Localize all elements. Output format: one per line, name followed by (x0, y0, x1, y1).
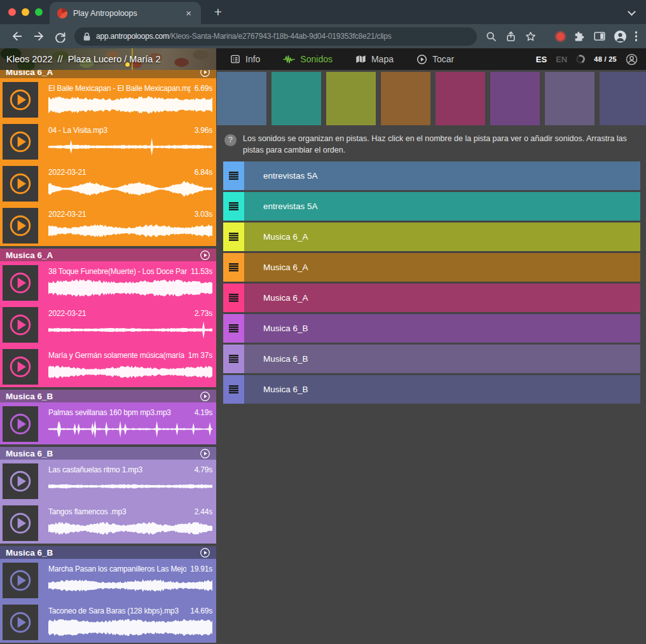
track-row[interactable]: Musica 6_B (223, 345, 640, 373)
clip-play-button[interactable] (3, 605, 38, 640)
section-header[interactable]: Musica 6_B (0, 447, 216, 460)
clip-meta: El Baile Mexicapan - El Baile Mexicapan.… (48, 84, 212, 93)
track-body[interactable]: entrevistas 5A (244, 161, 640, 190)
minimize-window-icon[interactable] (22, 8, 29, 16)
waveform[interactable] (48, 575, 212, 596)
track-row[interactable]: Musica 6_B (223, 314, 640, 343)
section-play-icon[interactable] (200, 70, 210, 78)
track-body[interactable]: Musica 6_A (244, 253, 640, 282)
clip-duration: 4.19s (195, 408, 212, 418)
section-clips: Palmas sevillanas 160 bpm mp3.mp3 4.19s (0, 402, 216, 444)
track-body[interactable]: Musica 6_B (244, 345, 640, 373)
nav-item-tocar[interactable]: Tocar (416, 54, 454, 65)
clip-play-button[interactable] (3, 124, 38, 160)
track-row[interactable]: entrevistas 5A (223, 161, 640, 190)
tab-close-icon[interactable]: × (184, 7, 193, 19)
clip-play-button[interactable] (3, 563, 38, 598)
track-row[interactable]: entrevistas 5A (223, 192, 640, 221)
track-drag-handle[interactable] (223, 223, 244, 251)
track-drag-handle[interactable] (223, 284, 244, 312)
waveform[interactable] (48, 362, 212, 382)
clip-play-button[interactable] (3, 208, 38, 243)
waveform[interactable] (48, 419, 212, 439)
bookmark-star-icon[interactable] (525, 31, 536, 42)
waveform[interactable] (48, 476, 212, 497)
waveform[interactable] (48, 617, 212, 638)
clip-play-button[interactable] (3, 265, 38, 301)
track-body[interactable]: entrevistas 5A (244, 192, 640, 221)
waveform[interactable] (48, 179, 212, 199)
clip-info: Palmas sevillanas 160 bpm mp3.mp3 4.19s (41, 404, 216, 444)
new-tab-button[interactable]: + (210, 4, 226, 20)
section-header[interactable]: Musica 6_A (0, 70, 216, 78)
track-body[interactable]: Musica 6_B (244, 375, 640, 404)
share-icon[interactable] (505, 31, 516, 42)
track-color-swatch (600, 72, 646, 125)
forward-button[interactable] (32, 30, 45, 43)
clip-play-button[interactable] (3, 406, 38, 442)
track-body[interactable]: Musica 6_A (244, 284, 640, 312)
clip-row: Las castañuelas ritmo 1.mp3 4.79s (0, 461, 216, 502)
section-play-icon[interactable] (200, 547, 210, 558)
side-panel-icon[interactable] (594, 31, 605, 41)
section-header[interactable]: Musica 6_A (0, 249, 216, 261)
section-header[interactable]: Musica 6_B (0, 390, 216, 402)
clip-play-button[interactable] (3, 349, 38, 385)
reload-button[interactable] (54, 31, 66, 43)
browser-menu-icon[interactable] (635, 31, 638, 41)
clip-play-button[interactable] (3, 166, 38, 202)
lang-en-button[interactable]: EN (556, 55, 567, 64)
track-drag-handle[interactable] (223, 314, 244, 343)
clip-play-button[interactable] (3, 463, 38, 499)
track-row[interactable]: Musica 6_A (223, 223, 640, 251)
track-drag-handle[interactable] (223, 345, 244, 373)
breadcrumb-project[interactable]: Kleos 2022 (6, 54, 53, 64)
zoom-page-icon[interactable] (486, 31, 497, 42)
nav-item-mapa[interactable]: Mapa (355, 54, 394, 64)
section-play-icon[interactable] (200, 250, 210, 261)
track-drag-handle[interactable] (223, 161, 244, 190)
track-name: Musica 6_A (263, 263, 308, 272)
track-drag-handle[interactable] (223, 253, 244, 282)
account-icon[interactable] (626, 53, 638, 65)
waveform[interactable] (48, 137, 212, 157)
nav-item-info[interactable]: Info (230, 54, 260, 64)
nav-item-sonidos[interactable]: Sonidos (283, 54, 333, 64)
track-row[interactable]: Musica 6_A (223, 284, 640, 312)
waveform[interactable] (48, 95, 212, 115)
lang-es-button[interactable]: ES (536, 55, 547, 64)
section-clips: 38 Toque Funebre(Muerte) - Los Doce Par.… (0, 261, 216, 387)
track-row[interactable]: Musica 6_B (223, 375, 640, 404)
zoom-window-icon[interactable] (35, 8, 43, 16)
track-drag-handle[interactable] (223, 192, 244, 221)
section-header[interactable]: Musica 6_B (0, 546, 216, 559)
track-body[interactable]: Musica 6_B (244, 314, 640, 343)
section-play-icon[interactable] (200, 391, 210, 402)
recording-indicator-icon[interactable] (556, 32, 565, 41)
profile-avatar[interactable] (614, 31, 626, 43)
extensions-puzzle-icon[interactable] (574, 31, 585, 42)
browser-tab[interactable]: Play Antropoloops × (50, 2, 201, 24)
section-play-icon[interactable] (200, 448, 210, 459)
waveform[interactable] (48, 320, 212, 340)
clip-row: Marcha Pasan los campanilleros Las Mejor… (0, 560, 216, 601)
waveform[interactable] (48, 278, 212, 298)
track-body[interactable]: Musica 6_A (244, 223, 640, 251)
url-bar[interactable]: app.antropoloops.com/Kleos-Santa-Marina/… (74, 27, 477, 46)
window-controls[interactable] (8, 8, 43, 16)
clip-play-button[interactable] (3, 82, 38, 118)
close-window-icon[interactable] (8, 8, 16, 16)
track-row[interactable]: Musica 6_A (223, 253, 640, 282)
breadcrumb-session[interactable]: Plaza Lucero / María 2 (68, 54, 161, 64)
tab-search-chevron-icon[interactable] (628, 8, 636, 16)
waveform[interactable] (48, 221, 212, 241)
clip-play-button[interactable] (3, 505, 38, 541)
back-button[interactable] (11, 30, 24, 43)
section-clips: Marcha Pasan los campanilleros Las Mejor… (0, 559, 216, 643)
section-name: Musica 6_A (6, 70, 53, 77)
waveform[interactable] (48, 518, 212, 538)
map-preview[interactable]: Kleos 2022 // Plaza Lucero / María 2 (0, 48, 216, 70)
clip-play-button[interactable] (3, 307, 38, 343)
track-drag-handle[interactable] (223, 375, 244, 404)
play-icon (7, 609, 34, 636)
